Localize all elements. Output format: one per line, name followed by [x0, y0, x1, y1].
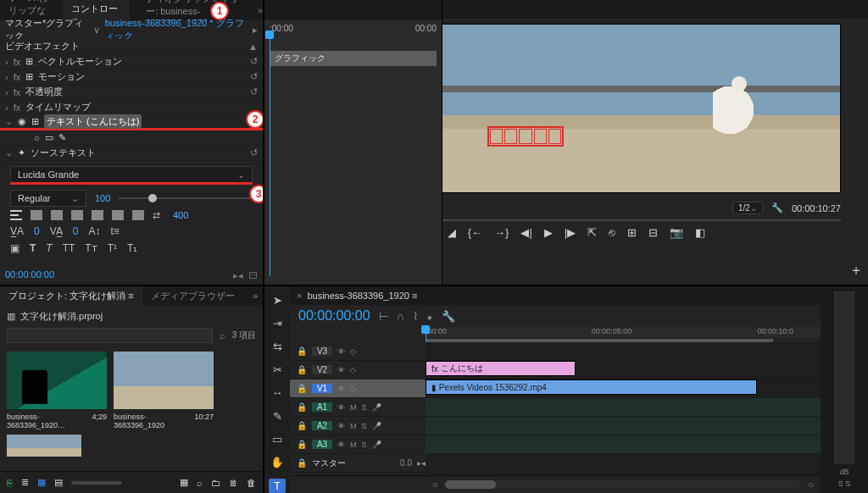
pen-icon[interactable]: ✎	[58, 132, 66, 143]
tracking-value[interactable]: 400	[173, 210, 185, 220]
font-size-slider[interactable]	[119, 197, 253, 199]
reset-icon[interactable]: ↺	[250, 56, 258, 67]
sec-video-effects[interactable]: ビデオエフェクト▲	[0, 39, 263, 54]
new-bin-icon[interactable]: 🗀	[211, 478, 220, 488]
go-in-icon[interactable]: {←	[468, 226, 482, 239]
marker-icon[interactable]: ⬥	[426, 310, 433, 323]
collapse-icon[interactable]: ▲	[248, 42, 258, 52]
find-icon[interactable]: ⌕	[197, 478, 203, 488]
ec-timecode[interactable]: 00:00:00:00	[5, 269, 54, 280]
settings-icon[interactable]: 🔧	[771, 202, 783, 213]
pin-icon[interactable]: ▸◂	[233, 270, 243, 281]
timeline-ruler[interactable]: :00:00 00:00:05:00 00:00:10:0	[426, 327, 821, 342]
track-v2[interactable]: 🔒V2👁◇	[290, 361, 426, 379]
list-view-icon[interactable]: ≣	[21, 477, 29, 488]
va-value[interactable]: 0	[34, 225, 40, 237]
thumb-size-slider[interactable]	[71, 481, 122, 485]
subscript-icon[interactable]: T₁	[127, 242, 137, 254]
reset-icon[interactable]: ↺	[250, 86, 258, 97]
font-size[interactable]: 100	[95, 193, 110, 203]
slip-tool-icon[interactable]: ↔	[269, 385, 286, 400]
superscript-icon[interactable]: T¹	[108, 242, 117, 254]
italic-icon[interactable]: T	[46, 242, 52, 254]
hand-tool-icon[interactable]: ✋	[269, 455, 286, 469]
track-a2[interactable]: 🔒A2👁MS🎤	[290, 417, 426, 435]
prop-text[interactable]: ⌄◉⊞テキスト (こんにちは)↺	[0, 115, 263, 130]
reset-icon[interactable]: ↺	[250, 147, 258, 158]
fill-icon[interactable]: ▣	[10, 242, 19, 254]
link-icon[interactable]: ⎘	[7, 478, 13, 488]
mojibake-text-overlay[interactable]	[487, 126, 564, 147]
step-back-icon[interactable]: ◀|	[520, 226, 531, 239]
selection-tool-icon[interactable]: ➤	[269, 293, 286, 307]
link-icon[interactable]: ⌇	[413, 310, 418, 323]
pen-tool-icon[interactable]: ✎	[269, 409, 286, 424]
freeform-icon[interactable]: ▤	[54, 477, 63, 488]
auto-seq-icon[interactable]: ▦	[180, 477, 188, 488]
razor-tool-icon[interactable]: ✂	[269, 363, 286, 377]
insert-icon[interactable]: ⊞	[627, 226, 637, 239]
track-master[interactable]: 🔒マスター0.0▸◂	[290, 454, 426, 473]
tab-project[interactable]: プロジェクト: 文字化け解消 ≡	[0, 286, 142, 306]
align-center-icon[interactable]	[31, 210, 42, 220]
ripple-tool-icon[interactable]: ⇆	[269, 340, 286, 354]
clip-text[interactable]: fx こんにちは	[426, 361, 576, 376]
go-out-icon[interactable]: →}	[494, 226, 509, 239]
prop-vector-motion[interactable]: ›fx⊞ベクトルモーション↺	[0, 54, 263, 69]
bold-icon[interactable]: T	[30, 242, 36, 254]
resolution-select[interactable]: 1/2⌄	[732, 202, 763, 214]
track-select-tool-icon[interactable]: ⇥	[269, 316, 286, 330]
icon-view-icon[interactable]: ▦	[37, 477, 46, 488]
timeline-zoom[interactable]	[445, 480, 802, 489]
snap-icon[interactable]: ⊢	[379, 310, 388, 323]
align-top-icon[interactable]	[92, 210, 103, 220]
track-a3[interactable]: 🔒A3👁MS🎤	[290, 435, 426, 454]
prop-timeremap[interactable]: ›fxタイムリマップ	[0, 100, 263, 115]
baseline-icon[interactable]: A↕	[89, 225, 101, 237]
step-fwd-icon[interactable]: |▶	[565, 226, 576, 239]
export-icon[interactable]: ⮹	[248, 270, 258, 281]
add-button-icon[interactable]: ＋	[849, 262, 863, 280]
trash-icon[interactable]: 🗑	[247, 478, 256, 488]
timeline-timecode[interactable]: 00:00:00:00	[298, 308, 370, 324]
tabs-overflow-icon[interactable]: »	[258, 5, 263, 15]
project-item[interactable]: business-3683396_1920…4;29	[7, 352, 107, 429]
settings-icon[interactable]: 🔧	[442, 310, 455, 323]
tab-media-browser[interactable]: メディアブラウザー	[142, 286, 243, 306]
lift-icon[interactable]: ⇱	[587, 226, 597, 239]
track-area[interactable]: fx こんにちは ▮ Pexels Videos 1536292.mp4	[426, 342, 821, 475]
prop-source-text[interactable]: ⌄✦ソーステキスト↺	[0, 146, 263, 161]
ec-playhead[interactable]	[270, 36, 270, 276]
tabs-overflow-icon[interactable]: »	[253, 291, 263, 301]
project-search[interactable]	[7, 328, 213, 343]
lock-icon[interactable]: 🔒	[297, 346, 307, 356]
track-a1[interactable]: 🔒A1👁MS🎤	[290, 398, 426, 417]
extract-icon[interactable]: ⎋	[609, 226, 615, 239]
playhead[interactable]	[426, 327, 426, 342]
new-item-icon[interactable]: 🗎	[229, 478, 238, 488]
eye-icon[interactable]: ◉	[18, 116, 26, 127]
ec-clip-bar[interactable]: グラフィック	[270, 51, 437, 66]
overwrite-icon[interactable]: ⊟	[648, 226, 658, 239]
prop-opacity[interactable]: ›fx不透明度↺	[0, 85, 263, 100]
project-item[interactable]	[7, 435, 81, 457]
track-v3[interactable]: 🔒V3👁◇	[290, 342, 426, 361]
smallcaps-icon[interactable]: Tᴛ	[85, 242, 97, 254]
reset-icon[interactable]: ↺	[250, 71, 258, 82]
play-icon[interactable]: ▶	[544, 226, 553, 239]
align-left-icon[interactable]	[10, 210, 22, 220]
align-right-icon[interactable]	[51, 210, 63, 220]
leading-icon[interactable]: t≡	[111, 225, 120, 237]
prop-motion[interactable]: ›fx⊞モーション↺	[0, 69, 263, 85]
ellipse-icon[interactable]: ○	[34, 133, 40, 143]
comparison-icon[interactable]: ◧	[695, 226, 705, 239]
rect-icon[interactable]: ▭	[45, 132, 53, 143]
export-frame-icon[interactable]: 📷	[670, 226, 683, 239]
mark-out-icon[interactable]: ◢	[448, 226, 456, 239]
clip-video[interactable]: ▮ Pexels Videos 1536292.mp4	[426, 379, 757, 395]
project-item[interactable]: business-3683396_192010:27	[114, 352, 214, 429]
align-justify-icon[interactable]	[71, 210, 83, 220]
sequence-tab[interactable]: business-3683396_1920 ≡	[307, 291, 417, 301]
play-icon[interactable]: ▸	[253, 25, 258, 36]
rect-tool-icon[interactable]: ▭	[269, 432, 286, 446]
